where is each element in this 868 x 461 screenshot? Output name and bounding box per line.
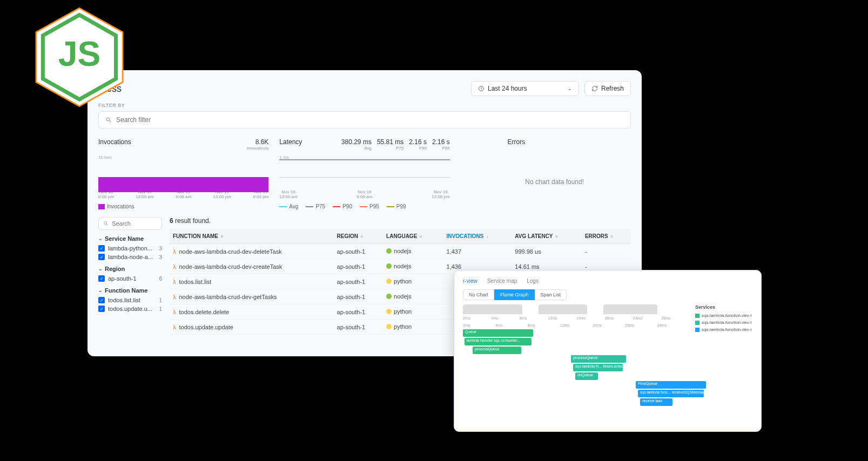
facet-item[interactable]: ✓lambda-python...3	[98, 245, 162, 252]
flame-span[interactable]: sqs lambda func... receiveSQSMessage	[638, 390, 704, 397]
invocations-chart[interactable]: 10 tsec	[98, 155, 268, 187]
errors-card: Errors No chart data found!	[461, 138, 631, 209]
trace-panel: r-viewService mapLogs No ChartFlame Grap…	[454, 270, 762, 432]
table-row[interactable]: λnode-aws-lambda-crud-dev-deleteTaskap-s…	[170, 244, 631, 259]
lambda-icon: λ	[173, 263, 176, 270]
checkbox-icon[interactable]: ✓	[98, 306, 105, 312]
facet-item[interactable]: ✓todos.list.list1	[98, 297, 162, 303]
legend-swatch	[98, 204, 105, 209]
invocations-title: Invocations	[98, 138, 131, 146]
facet-sidebar: ⌄ Service Name✓lambda-python...3✓lambda-…	[98, 217, 162, 335]
latency-title: Latency	[279, 138, 302, 146]
errors-empty-text: No chart data found!	[525, 178, 584, 186]
table-header[interactable]: ERRORS ≡	[582, 229, 631, 244]
language-icon	[386, 294, 392, 299]
table-header[interactable]: REGION ≡	[334, 229, 383, 244]
latency-chart[interactable]: 1 ms	[279, 155, 449, 187]
facet-item[interactable]: ✓lambda-node-a...3	[98, 254, 162, 260]
trace-subtabs: No ChartFlame GraphSpan List	[463, 289, 752, 300]
lambda-icon: λ	[173, 248, 176, 255]
checkbox-icon[interactable]: ✓	[98, 297, 105, 303]
flame-span[interactable]: processQueue	[571, 355, 626, 363]
flame-span[interactable]: processQueue	[473, 347, 521, 354]
lambda-icon: λ	[173, 309, 176, 315]
latency-card: Latency 380.29 msAvg55.81 msP752.16 sP90…	[279, 138, 449, 209]
svg-point-5	[104, 222, 107, 225]
refresh-button[interactable]: Refresh	[584, 81, 631, 96]
table-header[interactable]: INVOCATIONS ↓	[443, 229, 512, 244]
invocations-card: Invocations 8.6KInvocations 10 tsec Nov …	[98, 138, 268, 209]
facet-item[interactable]: ✓todos.update.u...1	[98, 306, 162, 312]
chevron-down-icon: ⌄	[568, 86, 572, 91]
trace-tab[interactable]: Service map	[487, 278, 517, 284]
language-icon	[386, 263, 392, 269]
clock-icon	[478, 85, 485, 92]
trace-subtab[interactable]: Flame Graph	[494, 289, 535, 300]
svg-point-4	[106, 118, 110, 121]
time-range-dropdown[interactable]: Last 24 hours ⌄	[471, 81, 579, 96]
language-icon	[386, 248, 392, 254]
table-header[interactable]: AVG LATENCY ≡	[512, 229, 582, 244]
trace-tab[interactable]: Logs	[527, 278, 539, 284]
flame-span[interactable]: lambda handler sqs consumer...	[465, 338, 531, 345]
lambda-icon: λ	[173, 279, 176, 285]
table-header[interactable]: FUNCTION NAME ≡	[170, 229, 334, 244]
flame-span[interactable]: Queue	[463, 329, 533, 337]
checkbox-icon[interactable]: ✓	[98, 245, 105, 252]
errors-title: Errors	[508, 138, 526, 146]
search-filter-input[interactable]	[98, 111, 631, 128]
trace-subtab[interactable]: No Chart	[463, 289, 494, 300]
language-icon	[386, 279, 392, 284]
trace-subtab[interactable]: Span List	[535, 289, 567, 300]
trace-tabs: r-viewService mapLogs	[463, 278, 752, 284]
facet-title-service_name[interactable]: ⌄ Service Name	[98, 235, 162, 242]
facet-title-region[interactable]: ⌄ Region	[98, 266, 162, 272]
lambda-icon: λ	[173, 294, 176, 300]
flame-span[interactable]: sqs lambda fn... finishLambda	[573, 364, 623, 371]
refresh-icon	[591, 85, 598, 92]
search-icon	[105, 117, 112, 123]
language-icon	[386, 309, 392, 314]
filter-by-label: FILTER BY	[98, 103, 631, 108]
sidebar-search-input[interactable]	[98, 217, 162, 230]
lambda-icon: λ	[173, 324, 176, 330]
service-legend-item[interactable]: sqs-lambda-function-dev-r	[695, 327, 752, 332]
table-header[interactable]: LANGUAGE ≡	[383, 229, 443, 244]
flame-span[interactable]: doQueue	[575, 372, 598, 380]
service-legend-item[interactable]: sqs-lambda-function-dev-t	[695, 313, 752, 318]
checkbox-icon[interactable]: ✓	[98, 254, 105, 260]
language-icon	[386, 324, 392, 329]
facet-title-function_name[interactable]: ⌄ Function Name	[98, 287, 162, 294]
service-legend-item[interactable]: sqs-lambda-function-dev-t	[695, 320, 752, 325]
checkbox-icon[interactable]: ✓	[98, 275, 105, 282]
svg-text:JS: JS	[58, 35, 100, 73]
nodejs-logo: JS	[31, 4, 127, 106]
flame-span[interactable]: receive task	[640, 398, 672, 406]
flame-span[interactable]: FinalQueue	[636, 381, 706, 389]
search-icon	[103, 220, 109, 227]
trace-tab[interactable]: r-view	[463, 278, 477, 284]
trace-minimap[interactable]	[463, 304, 690, 314]
result-count: 6 result found.	[170, 217, 631, 225]
flame-graph[interactable]: 2ms4ms8ms12ms16ms20ms24ms28ms 2ms4ms8ms1…	[463, 304, 690, 407]
facet-item[interactable]: ✓ap-south-16	[98, 275, 162, 282]
